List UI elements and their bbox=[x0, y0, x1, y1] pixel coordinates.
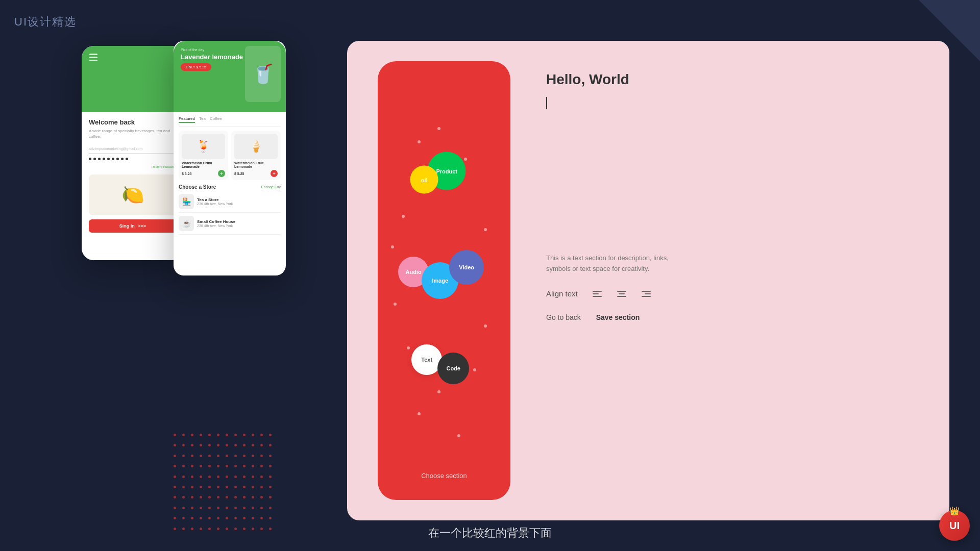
signin-button[interactable]: Sing In >>> bbox=[89, 219, 177, 233]
bubble-video[interactable]: Video bbox=[449, 250, 484, 285]
right-panel: Product oil Audio Image Video Text Code … bbox=[347, 41, 949, 520]
bg-lines bbox=[61, 429, 214, 531]
crown-icon: 👑 bbox=[949, 506, 960, 516]
tab-tea[interactable]: Tea bbox=[199, 116, 206, 123]
align-left-icon bbox=[593, 291, 602, 297]
main-content: Sign In Sign Up Welcome back A wide rang… bbox=[31, 41, 949, 520]
item-image: 🍦 bbox=[234, 134, 278, 159]
store-name: Small Coffee House bbox=[197, 219, 235, 224]
align-left-button[interactable] bbox=[588, 287, 606, 301]
go-back-button[interactable]: Go to back bbox=[546, 313, 581, 321]
store-address: 236 4th Ave, New York bbox=[197, 224, 235, 228]
password-field[interactable] bbox=[89, 158, 177, 160]
bubble-code[interactable]: Code bbox=[437, 353, 469, 384]
save-section-button[interactable]: Save section bbox=[596, 313, 640, 321]
choose-section-label: Choose section bbox=[421, 472, 467, 480]
add-button[interactable]: + bbox=[271, 170, 278, 177]
align-right-icon bbox=[642, 291, 651, 297]
store-name: Tea a Store bbox=[197, 197, 233, 202]
store-section: Choose a Store Change City 🏪 Tea a Store… bbox=[174, 184, 286, 243]
item-price: $ 3.25 bbox=[182, 172, 191, 176]
left-panel: Sign In Sign Up Welcome back A wide rang… bbox=[31, 41, 347, 520]
menu-green-header: Pick of the day Lavender lemonade ONLY $… bbox=[174, 41, 286, 112]
align-center-icon bbox=[617, 291, 626, 297]
settings-description: This is a text section for description, … bbox=[546, 253, 679, 274]
phone-device: Product oil Audio Image Video Text Code … bbox=[378, 61, 510, 500]
arrows-icon: >>> bbox=[138, 223, 146, 229]
svg-rect-1 bbox=[61, 429, 214, 531]
bubbles-container: Product oil Audio Image Video Text Code bbox=[378, 61, 510, 500]
settings-title: Hello, World bbox=[546, 71, 629, 88]
add-button[interactable]: + bbox=[218, 170, 225, 177]
ui-logo: 👑 UI bbox=[939, 510, 970, 541]
align-right-button[interactable] bbox=[637, 287, 655, 301]
drink-image: 🥤 bbox=[245, 46, 281, 102]
store-title: Choose a Store bbox=[179, 184, 216, 190]
item-price: $ 5.25 bbox=[234, 172, 244, 176]
store-address: 236 4th Ave, New York bbox=[197, 202, 233, 206]
align-center-button[interactable] bbox=[612, 287, 631, 301]
forgot-password[interactable]: Restore Password bbox=[89, 165, 177, 168]
menu-item[interactable]: 🍦 Watermelon Fruit Lemonade $ 5.25 + bbox=[231, 131, 281, 180]
login-mockup: Sign In Sign Up Welcome back A wide rang… bbox=[82, 46, 184, 260]
action-buttons-row: Go to back Save section bbox=[546, 313, 929, 321]
welcome-subtext: A wide range of specialty beverages, tea… bbox=[89, 128, 177, 139]
store-avatar: 🏪 bbox=[179, 194, 194, 209]
text-cursor bbox=[546, 97, 547, 109]
category-tabs: Featured Tea Coffee bbox=[179, 116, 281, 127]
subtitle: 在一个比较红的背景下面 bbox=[428, 525, 552, 541]
price-button[interactable]: ONLY $ 5.25 bbox=[181, 63, 211, 71]
phone-image: 🍋 bbox=[89, 174, 177, 215]
tab-coffee[interactable]: Coffee bbox=[210, 116, 222, 123]
align-buttons bbox=[588, 287, 655, 301]
item-name: Watermelon Fruit Lemonade bbox=[234, 161, 278, 168]
menu-item[interactable]: 🍹 Watermelon Drink Lemonade $ 3.25 + bbox=[179, 131, 228, 180]
store-item[interactable]: ☕ Small Coffee House 236 4th Ave, New Yo… bbox=[179, 216, 281, 235]
item-image: 🍹 bbox=[182, 134, 225, 159]
store-avatar: ☕ bbox=[179, 216, 194, 231]
menu-icon bbox=[89, 54, 97, 61]
welcome-text: Welcome back bbox=[89, 118, 177, 126]
site-title: UI设计精选 bbox=[14, 14, 77, 30]
store-item[interactable]: 🏪 Tea a Store 236 4th Ave, New York bbox=[179, 194, 281, 213]
align-text-label: Align text bbox=[546, 289, 578, 298]
bubble-oil[interactable]: oil bbox=[410, 166, 438, 194]
menu-mockup: Pick of the day Lavender lemonade ONLY $… bbox=[174, 41, 286, 276]
tab-featured[interactable]: Featured bbox=[179, 116, 195, 123]
phone-green-header: Sign In Sign Up bbox=[82, 46, 184, 112]
menu-grid: 🍹 Watermelon Drink Lemonade $ 3.25 + 🍦 W… bbox=[179, 131, 281, 180]
change-city[interactable]: Change City bbox=[261, 185, 281, 189]
item-name: Watermelon Drink Lemonade bbox=[182, 161, 225, 168]
align-text-row: Align text bbox=[546, 287, 929, 301]
email-field[interactable]: adv.impudomarketing@gmail.com bbox=[89, 144, 177, 154]
phone-white-body: Welcome back A wide range of specialty b… bbox=[82, 112, 184, 260]
settings-panel: Hello, World This is a text section for … bbox=[526, 41, 949, 520]
